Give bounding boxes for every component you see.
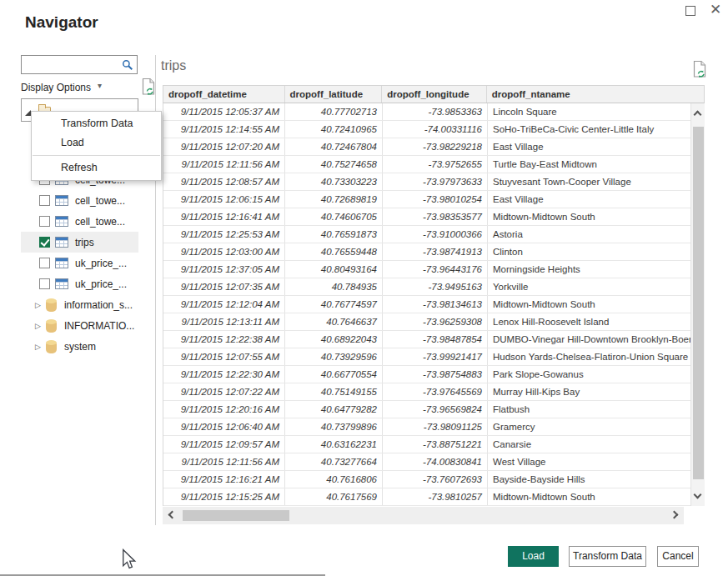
table-row[interactable]: 9/11/2015 12:16:41 AM40.74606705-73.9835… [163,208,705,226]
column-header-dropoff-longitude[interactable]: dropoff_longitude [382,86,487,103]
scroll-up-icon[interactable] [694,111,702,119]
tree-collapsed-arrow-icon[interactable]: ▷ [35,343,41,351]
chevron-down-icon[interactable]: ▾ [98,81,102,90]
menu-item-load[interactable]: Load [32,133,161,153]
tree-item-uk-price[interactable]: uk_price_... [21,273,138,294]
table-row[interactable]: 9/11/2015 12:07:22 AM40.75149155-73.9764… [163,383,705,401]
table-cell: 9/11/2015 12:20:16 AM [163,401,285,418]
tree-item-label: information_s... [64,299,133,311]
table-cell: 9/11/2015 12:16:21 AM [163,471,285,488]
column-header-dropoff-datetime[interactable]: dropoff_datetime [163,86,285,103]
table-row[interactable]: 9/11/2015 12:03:00 AM40.76559448-73.9874… [163,243,705,261]
table-cell: 40.76559448 [285,243,383,260]
tree-item-cell-towe[interactable]: cell_towe... [21,190,138,211]
tree-collapsed-arrow-icon[interactable]: ▷ [35,322,41,330]
tree-item-label: INFORMATIO... [64,320,134,332]
table-cell: Lenox Hill-Roosevelt Island [488,313,691,330]
menu-item-refresh[interactable]: Refresh [32,158,161,178]
search-input[interactable] [25,58,118,72]
navigator-dialog: Navigator ✕ Display Options ▾ cell [0,0,728,576]
table-cell: 40.76774597 [285,296,383,313]
close-icon[interactable]: ✕ [710,1,721,19]
tree-item-label: uk_price_... [75,258,127,269]
horizontal-scrollbar[interactable] [163,507,684,524]
table-row[interactable]: 9/11/2015 12:12:04 AM40.76774597-73.9813… [163,296,705,313]
table-row[interactable]: 9/11/2015 12:07:35 AM40.784935-73.949516… [163,278,705,296]
vertical-scrollbar-thumb[interactable] [693,127,704,479]
table-cell: 40.63162231 [285,436,383,453]
mouse-cursor [121,548,137,574]
table-cell: 40.77702713 [285,103,383,120]
table-row[interactable]: 9/11/2015 12:09:57 AM40.63162231-73.8875… [163,436,705,453]
display-options-dropdown[interactable]: Display Options [21,82,91,93]
table-row[interactable]: 9/11/2015 12:22:30 AM40.66770554-73.9875… [163,366,705,383]
table-cell: -73.9853363 [383,103,488,120]
refresh-preview-icon[interactable] [141,78,156,98]
scroll-right-icon[interactable] [670,511,679,519]
table-row[interactable]: 9/11/2015 12:11:56 AM40.73277664-74.0083… [163,453,705,471]
table-cell: -73.96569824 [383,401,488,418]
table-cell: -73.98754883 [383,366,488,383]
vertical-scrollbar[interactable] [690,103,705,506]
table-row[interactable]: 9/11/2015 12:06:15 AM40.72689819-73.9801… [163,191,705,208]
refresh-preview-icon[interactable] [692,60,707,82]
table-row[interactable]: 9/11/2015 12:25:53 AM40.76591873-73.9100… [163,226,705,243]
tree-item-label: cell_towe... [75,216,125,228]
table-cell: 40.73277664 [285,453,383,470]
tree-collapsed-arrow-icon[interactable]: ▷ [35,301,41,309]
table-row[interactable]: 9/11/2015 12:07:55 AM40.73929596-73.9992… [163,348,705,366]
cancel-button[interactable]: Cancel [657,546,699,567]
column-header-dropoff-latitude[interactable]: dropoff_latitude [285,86,383,103]
checkbox[interactable] [39,258,50,268]
table-icon [55,216,68,227]
tree-item-informatio[interactable]: ▷INFORMATIO... [21,315,138,336]
table-row[interactable]: 9/11/2015 12:11:56 AM40.75274658-73.9752… [163,156,705,173]
table-row[interactable]: 9/11/2015 12:16:21 AM40.7616806-73.76072… [163,471,705,488]
table-row[interactable]: 9/11/2015 12:05:37 AM40.77702713-73.9853… [163,103,705,121]
table-row[interactable]: 9/11/2015 12:22:38 AM40.68922043-73.9848… [163,331,705,348]
checkbox[interactable] [39,216,50,227]
menu-item-transform-data[interactable]: Transform Data [32,114,161,133]
table-cell: -73.96259308 [383,313,488,330]
search-box[interactable] [21,55,138,74]
table-row[interactable]: 9/11/2015 12:20:16 AM40.64779282-73.9656… [163,401,705,418]
tree-item-uk-price[interactable]: uk_price_... [21,253,138,273]
table-cell: 40.72410965 [285,121,383,138]
tree-item-trips[interactable]: trips [21,232,138,253]
table-cell: Gramercy [488,418,691,435]
transform-data-button[interactable]: Transform Data [569,546,646,567]
table-header-row: dropoff_datetime dropoff_latitude dropof… [163,85,705,103]
table-cell: -73.91000366 [383,226,488,243]
tree-item-cell-towe[interactable]: cell_towe... [21,211,138,232]
table-row[interactable]: 9/11/2015 12:07:20 AM40.72467804-73.9822… [163,138,705,156]
table-cell: -73.98741913 [383,243,488,260]
table-cell: 9/11/2015 12:06:40 AM [163,418,285,435]
table-row[interactable]: 9/11/2015 12:08:57 AM40.73303223-73.9797… [163,173,705,191]
checkbox-checked[interactable] [39,237,50,248]
horizontal-scrollbar-thumb[interactable] [183,510,289,521]
table-row[interactable]: 9/11/2015 12:37:05 AM40.80493164-73.9644… [163,261,705,278]
scroll-down-icon[interactable] [694,491,702,499]
tree-item-information-s[interactable]: ▷information_s... [21,294,138,315]
checkbox[interactable] [39,278,50,289]
tree-item-system[interactable]: ▷system [21,336,138,357]
maximize-icon[interactable] [685,6,695,16]
table-row[interactable]: 9/11/2015 12:14:55 AM40.72410965-74.0033… [163,121,705,138]
table-cell: 40.68922043 [285,331,383,348]
table-cell: Astoria [488,226,691,243]
table-cell: Hudson Yards-Chelsea-Flatiron-Union Squa… [488,348,691,365]
table-row[interactable]: 9/11/2015 12:06:40 AM40.73799896-73.9809… [163,418,705,436]
table-icon [55,278,68,289]
scroll-left-icon[interactable] [168,511,177,519]
checkbox[interactable] [39,195,50,206]
table-cell: East Village [488,138,691,155]
tree-expanded-arrow-icon[interactable] [25,110,31,116]
load-button[interactable]: Load [508,546,559,567]
table-row[interactable]: 9/11/2015 12:15:25 AM40.7617569-73.98102… [163,488,705,506]
table-row[interactable]: 9/11/2015 12:13:11 AM40.7646637-73.96259… [163,313,705,331]
table-icon [55,258,68,268]
table-cell: -73.99921417 [383,348,488,365]
table-cell: 9/11/2015 12:37:05 AM [163,261,285,278]
table-cell: -73.98487854 [383,331,488,348]
column-header-dropoff-ntaname[interactable]: dropoff_ntaname [487,86,704,103]
